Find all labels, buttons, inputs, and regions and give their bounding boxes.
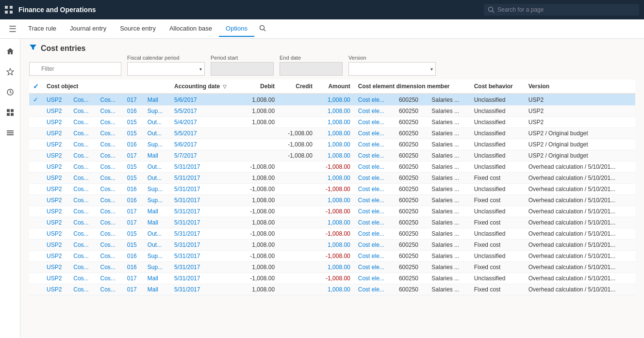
ce2: 600250 [395, 173, 428, 184]
co4: 016 [123, 184, 144, 195]
table-row[interactable]: USP2 Cos... Cos... 015 Out... 5/31/2017 … [29, 228, 635, 240]
row-check[interactable] [29, 217, 43, 228]
row-check[interactable] [29, 206, 43, 217]
row-check[interactable] [29, 195, 43, 206]
amount: -1,008.00 [316, 228, 354, 240]
fiscal-period-label: Fiscal calendar period [127, 55, 205, 61]
version: Overhead calculation / 5/10/201... [525, 206, 635, 217]
sidebar-recent-icon[interactable] [1, 83, 19, 101]
co5: Out... [144, 228, 170, 240]
behavior: Unclassified [470, 161, 525, 173]
ce1: Cost ele... [354, 195, 395, 206]
row-check[interactable] [29, 139, 43, 150]
row-check[interactable] [29, 284, 43, 295]
table-row[interactable]: USP2 Cos... Cos... 015 Out... 5/31/2017 … [29, 173, 635, 184]
credit [279, 94, 316, 106]
row-check[interactable] [29, 184, 43, 195]
table-wrap: ✓ Cost object Accounting date ▽ Debit Cr… [20, 80, 644, 338]
co5: Sup... [144, 251, 170, 262]
table-row[interactable]: USP2 Cos... Cos... 015 Out... 5/31/2017 … [29, 240, 635, 251]
table-row[interactable]: USP2 Cos... Cos... 015 Out... 5/4/2017 1… [29, 117, 635, 128]
table-row[interactable]: USP2 Cos... Cos... 017 Mall 5/31/2017 -1… [29, 206, 635, 217]
filter-search-wrap [29, 62, 121, 76]
filter-icon[interactable] [29, 44, 37, 53]
period-start-input[interactable] [211, 62, 274, 76]
row-check[interactable] [29, 240, 43, 251]
row-check[interactable] [29, 161, 43, 173]
version-dropdown[interactable] [348, 62, 436, 76]
debit: 1,008.00 [241, 240, 279, 251]
credit [279, 273, 316, 284]
table-row[interactable]: USP2 Cos... Cos... 015 Out... 5/5/2017 -… [29, 128, 635, 139]
top-search-input[interactable] [484, 4, 639, 16]
table-row[interactable]: USP2 Cos... Cos... 016 Sup... 5/31/2017 … [29, 251, 635, 262]
filter-bar: Fiscal calendar period ▾ Period start En… [20, 55, 644, 80]
hamburger-menu-icon[interactable]: ☰ [4, 20, 21, 38]
amount: 1,008.00 [316, 117, 354, 128]
sidebar-list-icon[interactable] [1, 124, 19, 142]
row-check[interactable] [29, 106, 43, 117]
row-check[interactable] [29, 128, 43, 139]
col-accounting-date[interactable]: Accounting date ▽ [170, 80, 241, 94]
behavior: Unclassified [470, 251, 525, 262]
date: 5/31/2017 [170, 217, 241, 228]
table-row[interactable]: USP2 Cos... Cos... 015 Out... 5/31/2017 … [29, 161, 635, 173]
ribbon-item-source-entry[interactable]: Source entry [113, 21, 163, 37]
ce1: Cost ele... [354, 206, 395, 217]
row-check[interactable] [29, 262, 43, 273]
sidebar-favorites-icon[interactable] [1, 63, 19, 80]
fiscal-period-dropdown[interactable] [127, 62, 205, 76]
co5: Sup... [144, 184, 170, 195]
col-credit: Credit [279, 80, 316, 94]
co2: Cos... [69, 217, 96, 228]
co1: USP2 [43, 150, 69, 161]
ribbon-item-options[interactable]: Options [219, 21, 254, 37]
row-check[interactable]: ✓ [29, 94, 43, 106]
main-layout: Cost entries Fiscal calendar period [0, 39, 644, 338]
sidebar-workspaces-icon[interactable] [1, 104, 19, 121]
co3: Cos... [97, 228, 123, 240]
table-row[interactable]: USP2 Cos... Cos... 017 Mall 5/31/2017 1,… [29, 217, 635, 228]
co3: Cos... [97, 106, 123, 117]
table-row[interactable]: USP2 Cos... Cos... 016 Sup... 5/5/2017 1… [29, 106, 635, 117]
row-check[interactable] [29, 273, 43, 284]
ribbon-item-allocation-base[interactable]: Allocation base [163, 21, 219, 37]
table-row[interactable]: USP2 Cos... Cos... 016 Sup... 5/31/2017 … [29, 195, 635, 206]
search-input[interactable] [29, 62, 121, 76]
table-row[interactable]: USP2 Cos... Cos... 016 Sup... 5/6/2017 -… [29, 139, 635, 150]
row-check[interactable] [29, 150, 43, 161]
sidebar-home-icon[interactable] [1, 43, 19, 60]
ce2: 600250 [395, 240, 428, 251]
table-row[interactable]: USP2 Cos... Cos... 017 Mall 5/7/2017 -1,… [29, 150, 635, 161]
end-date-input[interactable] [280, 62, 343, 76]
row-check[interactable] [29, 228, 43, 240]
ribbon-search-icon[interactable] [254, 21, 271, 37]
col-debit: Debit [241, 80, 279, 94]
select-all-check[interactable]: ✓ [33, 82, 39, 90]
row-check[interactable] [29, 117, 43, 128]
credit [279, 284, 316, 295]
table-row[interactable]: USP2 Cos... Cos... 017 Mall 5/31/2017 1,… [29, 284, 635, 295]
credit [279, 240, 316, 251]
credit [279, 251, 316, 262]
co5: Out... [144, 240, 170, 251]
co4: 015 [123, 240, 144, 251]
row-check[interactable] [29, 173, 43, 184]
ribbon-item-journal-entry[interactable]: Journal entry [63, 21, 113, 37]
co2: Cos... [69, 117, 96, 128]
table-row[interactable]: USP2 Cos... Cos... 016 Sup... 5/31/2017 … [29, 184, 635, 195]
table-row[interactable]: USP2 Cos... Cos... 017 Mall 5/31/2017 -1… [29, 273, 635, 284]
debit: 1,008.00 [241, 94, 279, 106]
co4: 016 [123, 139, 144, 150]
ce3: Salaries ... [428, 106, 470, 117]
table-row[interactable]: USP2 Cos... Cos... 016 Sup... 5/31/2017 … [29, 262, 635, 273]
row-check[interactable] [29, 251, 43, 262]
app-grid-icon[interactable] [5, 6, 13, 14]
co5: Sup... [144, 195, 170, 206]
ce2: 600250 [395, 94, 428, 106]
amount: 1,008.00 [316, 173, 354, 184]
behavior: Unclassified [470, 94, 525, 106]
table-row[interactable]: ✓ USP2 Cos... Cos... 017 Mall 5/6/2017 1… [29, 94, 635, 106]
ribbon-item-trace-rule[interactable]: Trace rule [21, 21, 63, 37]
co2: Cos... [69, 273, 96, 284]
